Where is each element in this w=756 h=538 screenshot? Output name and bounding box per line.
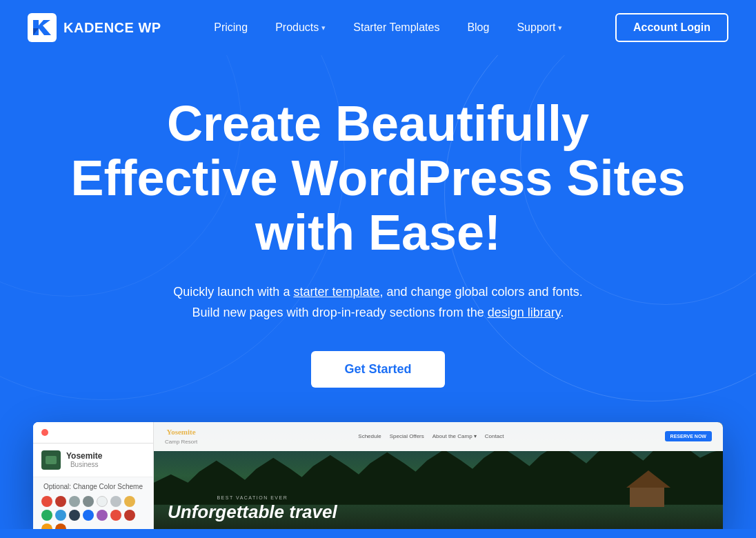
subtitle-text-after: . [560,306,564,319]
preview-left-panel: Yosemite Business Optional: Change Color… [33,422,154,529]
preview-reserve-button: RESERVE NOW [665,431,712,441]
preview-nav-camp: About the Camp ▾ [432,433,477,439]
hero-title: Create Beautifully Effective WordPress S… [68,97,688,261]
logo[interactable]: KADENCE WP [28,13,161,42]
color-swatch[interactable] [83,496,94,507]
get-started-button[interactable]: Get Started [311,351,444,388]
preview-container: Yosemite Business Optional: Change Color… [33,422,723,529]
color-swatch[interactable] [97,510,108,521]
nav-starter-templates[interactable]: Starter Templates [342,16,450,39]
preview-window-controls [33,422,153,444]
nav-products[interactable]: Products ▾ [264,16,337,39]
preview-nav-schedule: Schedule [358,433,381,439]
preview-site-type: Business [66,461,102,468]
nav-support[interactable]: Support ▾ [506,16,573,39]
preview-cabin [626,470,668,505]
color-swatches [33,493,153,529]
color-swatch[interactable] [124,510,135,521]
subtitle-text-before: Quickly launch with a [173,285,293,299]
chevron-down-icon: ▾ [321,23,326,32]
cabin-body [630,488,664,507]
preview-frame: Yosemite Business Optional: Change Color… [33,422,723,529]
preview-right-panel: YosemiteCamp Resort Schedule Special Off… [154,422,723,529]
site-header: KADENCE WP Pricing Products ▾ Starter Te… [0,0,756,55]
subtitle-text-line2: Build new pages with drop-in-ready secti… [192,306,488,319]
subtitle-text-middle: , and change global colors and fonts. [379,285,582,299]
cabin-roof [626,470,670,488]
color-swatch[interactable] [97,496,108,507]
kadence-logo-icon [28,13,57,42]
color-swatch[interactable] [55,510,66,521]
preview-tagline: BEST VACATION EVER [168,495,337,500]
preview-color-label: Optional: Change Color Scheme [33,477,153,493]
account-login-button[interactable]: Account Login [615,13,728,42]
chevron-down-icon: ▾ [558,23,562,32]
hero-subtitle: Quickly launch with a starter template, … [137,281,619,323]
nav-blog[interactable]: Blog [456,16,500,39]
design-library-link[interactable]: design library [488,306,561,319]
color-swatch[interactable] [69,510,80,521]
window-close-dot [41,429,48,436]
preview-site-info: Yosemite Business [33,444,153,477]
preview-nav-offers: Special Offers [390,433,424,439]
starter-template-link[interactable]: starter template [293,285,379,299]
color-swatch[interactable] [110,510,121,521]
preview-big-title: Unforgettable travel [168,503,337,521]
preview-nav-contact: Contact [485,433,504,439]
brand-name: KADENCE WP [63,20,161,36]
color-swatch[interactable] [41,524,52,529]
color-swatch[interactable] [69,496,80,507]
color-swatch[interactable] [110,496,121,507]
nav-pricing[interactable]: Pricing [203,16,259,39]
color-swatch[interactable] [41,510,52,521]
color-swatch[interactable] [41,496,52,507]
preview-navbar: YosemiteCamp Resort Schedule Special Off… [154,422,723,451]
main-nav: Pricing Products ▾ Starter Templates Blo… [203,16,573,39]
color-swatch[interactable] [55,524,66,529]
hero-section: Create Beautifully Effective WordPress S… [0,55,756,529]
color-swatch[interactable] [55,496,66,507]
color-swatch[interactable] [124,496,135,507]
preview-hero-text: BEST VACATION EVER Unforgettable travel [168,495,337,521]
preview-site-logo: YosemiteCamp Resort [165,428,197,446]
color-swatch[interactable] [83,510,94,521]
preview-nav-links: Schedule Special Offers About the Camp ▾… [358,433,504,439]
preview-site-name: Yosemite [66,451,102,461]
